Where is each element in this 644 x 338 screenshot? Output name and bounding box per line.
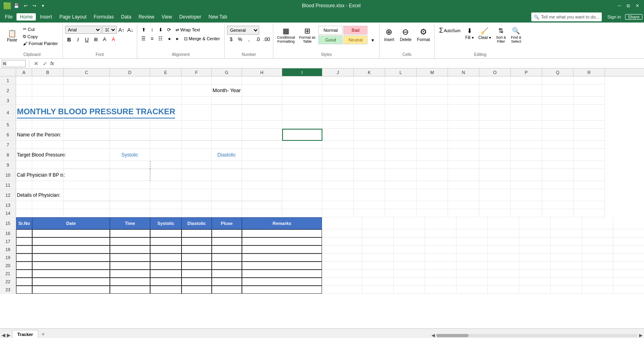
cell-A17[interactable] (16, 237, 32, 245)
cell-I5[interactable] (282, 121, 322, 129)
cell-C14[interactable] (64, 209, 110, 217)
cell-H11[interactable] (242, 181, 282, 189)
cell-D18[interactable] (110, 245, 150, 254)
cell-Q17[interactable] (582, 237, 613, 245)
cell-F8[interactable] (182, 149, 212, 161)
cell-N3[interactable] (448, 97, 479, 105)
cell-M5[interactable] (417, 121, 448, 129)
cell-R8[interactable] (574, 149, 605, 161)
cell-I13[interactable] (282, 201, 322, 209)
cell-A13[interactable] (16, 201, 32, 209)
cell-C7[interactable] (64, 141, 110, 149)
cell-K5[interactable] (354, 121, 385, 129)
cell-B17[interactable] (32, 237, 110, 245)
cell-M15[interactable] (456, 217, 488, 229)
cell-P22[interactable] (551, 278, 582, 286)
cell-M2[interactable] (417, 84, 448, 97)
cell-L21[interactable] (425, 270, 456, 278)
cell-O13[interactable] (479, 201, 511, 209)
cell-G9[interactable] (212, 161, 242, 169)
cell-H14[interactable] (242, 209, 282, 217)
cell-P21[interactable] (551, 270, 582, 278)
col-header-D[interactable]: D (110, 68, 150, 76)
cell-N23[interactable] (488, 286, 519, 294)
menu-review[interactable]: Review (135, 13, 157, 21)
cell-A12[interactable]: Details of Physician: (16, 189, 32, 201)
cell-A10[interactable]: Call Physician If BP is: (16, 169, 32, 181)
cell-D13[interactable] (110, 201, 150, 209)
cell-D10[interactable] (110, 169, 150, 181)
cell-O22[interactable] (519, 278, 551, 286)
cell-Q10[interactable] (542, 169, 574, 181)
cell-L8[interactable] (385, 149, 417, 161)
cell-C2[interactable] (64, 84, 110, 97)
cell-G8[interactable]: Diastolic (212, 149, 242, 161)
cell-F19[interactable] (182, 254, 212, 262)
cell-O3[interactable] (479, 97, 511, 105)
cell-H19[interactable] (242, 254, 322, 262)
cell-P7[interactable] (511, 141, 542, 149)
col-header-C[interactable]: C (64, 68, 110, 76)
conditional-formatting-button[interactable]: ▦ ConditionalFormatting (276, 26, 296, 44)
cell-O15[interactable] (519, 217, 551, 229)
currency-button[interactable]: $ (227, 35, 235, 43)
cell-I22[interactable] (322, 278, 362, 286)
cell-E6[interactable] (150, 129, 182, 141)
cell-J17[interactable] (362, 237, 394, 245)
cell-M12[interactable] (417, 189, 448, 201)
style-normal[interactable]: Normal (318, 26, 343, 35)
cell-E4[interactable] (150, 105, 182, 121)
cell-O12[interactable] (479, 189, 511, 201)
cell-P1[interactable] (511, 76, 542, 84)
cell-N18[interactable] (488, 245, 519, 254)
cell-L16[interactable] (425, 229, 456, 237)
cell-B6[interactable] (32, 129, 64, 141)
bold-button[interactable]: B (65, 35, 73, 43)
menu-developer[interactable]: Developer (176, 13, 204, 21)
cell-R23[interactable] (613, 286, 644, 294)
cell-R15[interactable] (613, 217, 644, 229)
formula-cancel-button[interactable]: ✕ (33, 60, 40, 67)
cell-Q13[interactable] (542, 201, 574, 209)
cell-F9[interactable] (182, 161, 212, 169)
cell-H3[interactable] (242, 97, 282, 105)
cell-H20[interactable] (242, 262, 322, 270)
cell-L1[interactable] (385, 76, 417, 84)
cell-C12[interactable] (64, 189, 110, 201)
cell-J4[interactable] (322, 105, 354, 121)
cell-O7[interactable] (479, 141, 511, 149)
cell-G4[interactable] (212, 105, 242, 121)
cell-G20[interactable] (212, 262, 242, 270)
cell-N21[interactable] (488, 270, 519, 278)
cell-K12[interactable] (354, 189, 385, 201)
cell-A3[interactable] (16, 97, 32, 105)
merge-center-button[interactable]: ⊡ Merge & Center (182, 35, 222, 43)
paste-button[interactable]: 📋 Paste (4, 26, 20, 46)
scroll-right-button[interactable]: ▶ (7, 332, 10, 338)
scroll-right-icon[interactable]: ▶ (639, 333, 642, 338)
decrease-font-button[interactable]: A↓ (126, 26, 134, 34)
cell-K16[interactable] (394, 229, 425, 237)
cell-I11[interactable] (282, 181, 322, 189)
cell-L17[interactable] (425, 237, 456, 245)
cell-C3[interactable] (64, 97, 110, 105)
cell-M10[interactable] (417, 169, 448, 181)
cell-A11[interactable] (16, 181, 32, 189)
cell-H7[interactable] (242, 141, 282, 149)
font-name-select[interactable]: Arial (65, 26, 101, 34)
cell-E3[interactable] (150, 97, 182, 105)
cell-R9[interactable] (574, 161, 605, 169)
cell-I15[interactable] (322, 217, 362, 229)
cell-H18[interactable] (242, 245, 322, 254)
cell-G10[interactable] (212, 169, 242, 181)
cell-M17[interactable] (456, 237, 488, 245)
cell-A7[interactable] (16, 141, 32, 149)
cell-F2[interactable] (182, 84, 212, 97)
cell-B20[interactable] (32, 262, 110, 270)
find-select-button[interactable]: 🔍 Find &Select (509, 26, 523, 45)
style-bad[interactable]: Bad (343, 26, 367, 35)
save-button[interactable]: 💾 (13, 2, 20, 9)
cell-N9[interactable] (448, 161, 479, 169)
cell-L22[interactable] (425, 278, 456, 286)
cell-K9[interactable] (354, 161, 385, 169)
